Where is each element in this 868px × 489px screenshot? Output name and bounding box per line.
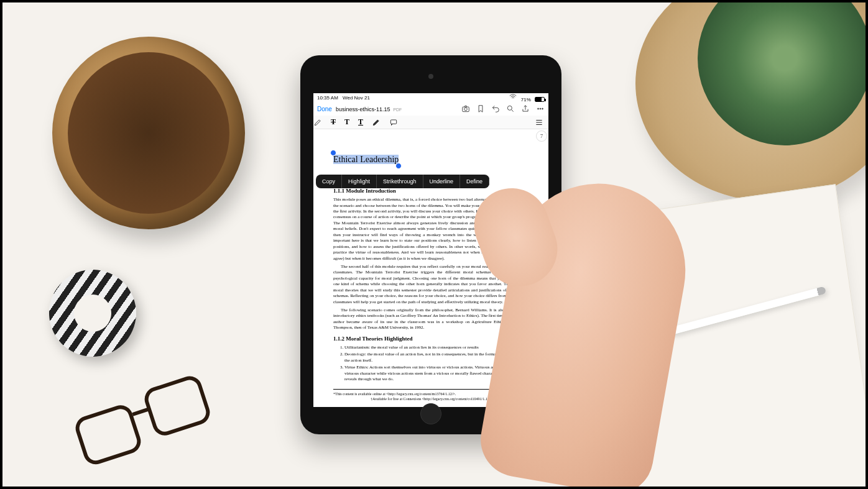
ipad-camera — [428, 74, 433, 79]
selected-text[interactable]: Ethical Leadership — [333, 155, 399, 164]
outline-icon[interactable] — [535, 118, 543, 127]
battery-pct: 71% — [521, 97, 531, 103]
footnote-line: *This content is available online at <ht… — [333, 391, 529, 396]
done-button[interactable]: Done — [317, 106, 332, 112]
status-bar: 10:35 AM Wed Nov 21 71% — [313, 93, 548, 102]
strikethrough-tool[interactable]: T — [331, 117, 336, 127]
desk-glasses-prop — [70, 365, 245, 480]
selection-handle-start[interactable] — [330, 150, 336, 156]
status-time: 10:35 AM — [317, 95, 338, 101]
menu-define[interactable]: Define — [460, 175, 489, 188]
desk-tape-prop — [42, 263, 143, 363]
selection-handle-end[interactable] — [395, 163, 402, 169]
svg-point-3 — [538, 108, 539, 109]
desk-bowl-prop — [52, 37, 245, 229]
desk-notebook-prop — [577, 184, 868, 489]
footnotes: *This content is available online at <ht… — [333, 389, 529, 401]
text-selection-menu: Copy Highlight Strikethrough Underline D… — [316, 175, 489, 188]
menu-copy[interactable]: Copy — [316, 175, 342, 188]
camera-icon[interactable] — [461, 104, 470, 113]
svg-point-1 — [464, 107, 468, 111]
subsection-heading-2: 1.1.2 Moral Theories Highlighted — [333, 335, 529, 342]
svg-point-2 — [507, 106, 512, 110]
page-indicator[interactable]: 7 — [536, 130, 547, 142]
menu-underline[interactable]: Underline — [423, 175, 461, 188]
ipad-screen: 10:35 AM Wed Nov 21 71% Done business-et… — [313, 93, 548, 407]
more-icon[interactable] — [536, 104, 545, 113]
desk-plant-prop — [635, 0, 868, 201]
ordered-list: Utilitarianism: the moral value of an ac… — [344, 345, 529, 383]
status-date: Wed Nov 21 — [343, 95, 370, 101]
ipad-device: 10:35 AM Wed Nov 21 71% Done business-et… — [300, 55, 561, 434]
pen-tool-icon[interactable] — [313, 118, 322, 127]
filetype-label: PDF — [393, 107, 402, 112]
doc-title: Ethical Leadership — [333, 154, 529, 166]
app-toolbar: Done business-ethics-11.15 PDF — [313, 102, 548, 116]
list-item: Virtue Ethics: Actions sort themselves o… — [344, 365, 529, 382]
wifi-icon — [509, 93, 517, 101]
paragraph: The second half of this module requires … — [333, 264, 529, 305]
paragraph: The following scenario comes originally … — [333, 308, 529, 331]
svg-point-4 — [540, 108, 541, 109]
share-icon[interactable] — [521, 104, 530, 113]
menu-strikethrough[interactable]: Strikethrough — [377, 175, 423, 188]
list-item: Deontology: the moral value of an action… — [344, 352, 529, 363]
svg-point-5 — [542, 108, 543, 109]
paragraph: This module poses an ethical dilemma, th… — [333, 197, 529, 262]
bookmark-icon[interactable] — [476, 104, 485, 113]
battery-icon — [535, 97, 545, 102]
home-button[interactable] — [420, 403, 441, 424]
underline-tool[interactable]: T — [358, 117, 363, 127]
list-item: Utilitarianism: the moral value of an ac… — [344, 345, 529, 350]
filename-label: business-ethics-11.15 — [336, 106, 390, 112]
search-icon[interactable] — [506, 104, 515, 113]
svg-rect-6 — [390, 119, 396, 123]
highlight-tool-icon[interactable] — [372, 118, 381, 127]
comment-tool-icon[interactable] — [389, 118, 398, 127]
annotation-toolbar: T T T — [313, 116, 548, 129]
document-view[interactable]: 7 Copy Highlight Strikethrough Underline… — [313, 129, 548, 407]
menu-highlight[interactable]: Highlight — [342, 175, 377, 188]
file-title: business-ethics-11.15 PDF — [336, 106, 402, 112]
undo-icon[interactable] — [491, 104, 500, 113]
footnote-line: †Available for free at Connexions <http:… — [333, 396, 529, 401]
text-tool[interactable]: T — [344, 117, 349, 127]
